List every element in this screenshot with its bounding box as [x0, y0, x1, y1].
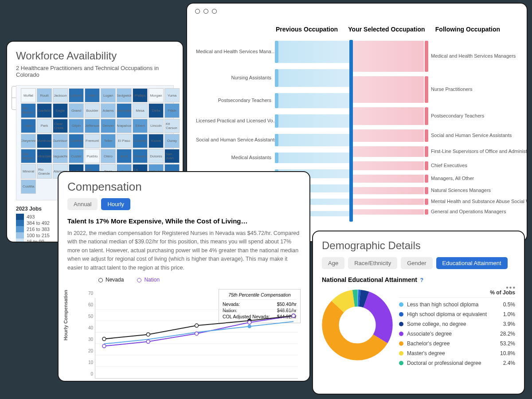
sankey-flow-right — [353, 161, 424, 170]
map-county[interactable]: Pueblo — [85, 149, 100, 163]
legend-nation: Nation — [137, 277, 160, 283]
sankey-head-previous: Previous Occupation — [276, 26, 338, 33]
map-county[interactable]: Kit Carson — [164, 119, 180, 133]
map-county[interactable]: Sedgwick — [117, 88, 132, 102]
map-county[interactable]: Hinsdale — [37, 149, 52, 163]
education-label: Bachelor's degree — [407, 340, 500, 347]
tab-gender[interactable]: Gender — [401, 257, 432, 269]
tab-race[interactable]: Race/Ethnicity — [348, 257, 397, 269]
sankey-left-label: Licensed Practical and Licensed Vo… — [196, 118, 271, 123]
sankey-left-label: Nursing Assistants — [196, 75, 271, 80]
traffic-light-min[interactable] — [203, 9, 208, 14]
map-county[interactable]: Washington — [117, 103, 132, 117]
map-county[interactable]: Elbert — [133, 119, 148, 133]
map-county[interactable]: Lincoln — [149, 119, 164, 133]
map-county[interactable]: Clear Creek — [53, 119, 68, 133]
sankey-left-node — [275, 41, 278, 63]
tab-age[interactable]: Age — [322, 257, 344, 269]
map-county[interactable]: Bent — [117, 149, 132, 163]
map-county[interactable]: Adams — [101, 103, 116, 117]
map-county[interactable]: Grand — [69, 103, 84, 117]
map-county[interactable]: Mineral — [21, 164, 36, 178]
map-county[interactable]: Jackson — [53, 88, 68, 102]
education-row: Master's degree10.8% — [399, 348, 515, 358]
map-county[interactable]: Garfield — [37, 103, 52, 117]
map-county[interactable]: Dolores — [149, 149, 164, 163]
sankey-flow-left — [278, 153, 349, 163]
map-county[interactable]: Montrose — [37, 134, 52, 148]
map-county[interactable]: Phillips — [133, 88, 148, 102]
sankey-right-label: Natural Sciences Managers — [431, 188, 528, 193]
map-county[interactable]: Larimer — [69, 88, 84, 102]
sankey-flow-left — [278, 134, 349, 146]
compensation-headline: Talent Is 17% More Expensive, While the … — [67, 217, 301, 225]
map-county[interactable]: Crowley — [133, 134, 148, 148]
education-pct: 28.2% — [500, 331, 515, 337]
traffic-light-close[interactable] — [195, 9, 200, 14]
sankey-flow-left — [278, 114, 349, 128]
map-county[interactable]: Denver — [101, 119, 116, 133]
map-county[interactable]: Morgan — [149, 88, 164, 102]
map-county[interactable]: Ouray — [164, 134, 180, 148]
map-county[interactable]: Gilpin — [69, 119, 84, 133]
education-row: Associate's degree28.2% — [399, 329, 515, 339]
map-county[interactable]: Fremont — [85, 134, 100, 148]
workforce-title: Workforce Availability — [16, 50, 174, 62]
sankey-right-label: Chief Executives — [431, 163, 528, 168]
map-county[interactable]: Chaffee — [69, 134, 84, 148]
map-county[interactable]: El Paso — [117, 134, 132, 148]
map-county[interactable]: Teller — [101, 134, 116, 148]
map-county[interactable]: San Juan — [164, 149, 180, 163]
map-county[interactable]: Gunnison — [53, 134, 68, 148]
map-county[interactable]: Weld — [85, 88, 100, 102]
map-county[interactable]: Costilla — [21, 180, 36, 194]
help-icon[interactable]: ? — [420, 277, 423, 283]
map-county[interactable]: Pitkin — [164, 103, 180, 117]
map-county[interactable]: Yuma — [164, 88, 180, 102]
map-county[interactable]: Delta — [149, 103, 164, 117]
map-county[interactable]: Mesa — [133, 103, 148, 117]
map-county[interactable]: Jefferson — [85, 119, 100, 133]
window-traffic-lights — [195, 9, 217, 14]
more-menu-icon[interactable]: ••• — [506, 284, 516, 292]
map-county[interactable]: Boulder — [85, 103, 100, 117]
education-pct: 2.4% — [503, 360, 515, 366]
tab-annual[interactable]: Annual — [67, 198, 98, 210]
map-county[interactable]: Kiowa — [149, 134, 164, 148]
tab-education[interactable]: Educational Attainment — [436, 257, 508, 269]
map-county[interactable]: Lake — [21, 119, 36, 133]
map-county[interactable]: Cheyenne — [21, 134, 36, 148]
sankey-flow-right — [353, 209, 424, 215]
svg-point-16 — [248, 325, 251, 328]
sankey-left-node — [275, 114, 278, 128]
sankey-right-node — [425, 76, 428, 103]
sankey-flow-right — [353, 199, 424, 205]
sankey-right-label: First-Line Supervisors of Office and Adm… — [431, 149, 528, 154]
sankey-head-selected: Your Selected Occupation — [348, 26, 425, 33]
demographic-card: Demographic Details Age Race/Ethnicity G… — [312, 231, 525, 395]
map-county[interactable]: Eagle — [53, 103, 68, 117]
map-county[interactable]: Park — [37, 119, 52, 133]
map-county[interactable]: Rio Blanco — [21, 103, 36, 117]
svg-point-15 — [292, 314, 295, 317]
map-county[interactable]: Saguache — [53, 149, 68, 163]
map-county[interactable]: Moffat — [21, 88, 36, 102]
svg-point-8 — [195, 324, 199, 327]
map-county[interactable]: Logan — [101, 88, 116, 102]
legend-dot-icon — [399, 361, 403, 365]
map-county[interactable]: Custer — [69, 149, 84, 163]
sankey-right-label: Managers, All Other — [431, 176, 528, 181]
education-row: Less than high school diploma0.5% — [399, 300, 515, 309]
map-county[interactable]: Otero — [101, 149, 116, 163]
sankey-left-label: Medical Assistants — [196, 155, 271, 160]
tab-hourly[interactable]: Hourly — [101, 198, 130, 210]
sankey-flow-right — [353, 76, 424, 103]
map-county[interactable]: Routt — [37, 88, 52, 102]
map-county[interactable]: Rio Grande — [37, 164, 52, 178]
svg-point-13 — [195, 332, 199, 335]
svg-point-6 — [102, 337, 106, 340]
map-county[interactable]: Arapahoe — [117, 119, 132, 133]
traffic-light-max[interactable] — [212, 9, 217, 14]
map-county[interactable]: San Miguel — [21, 149, 36, 163]
map-county[interactable]: Prowers — [133, 149, 148, 163]
